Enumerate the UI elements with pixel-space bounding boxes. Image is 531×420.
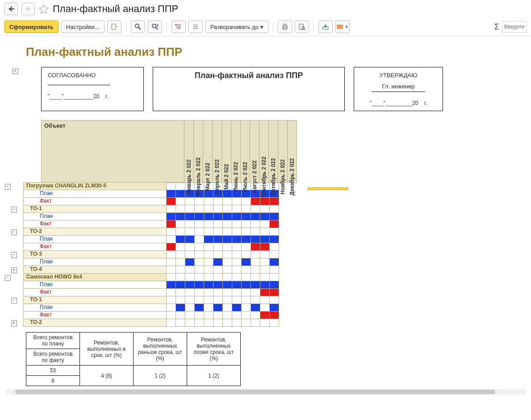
separator <box>126 21 126 32</box>
sub-row-label: ТО-4 <box>24 266 167 274</box>
expand-all-button[interactable] <box>171 21 186 33</box>
gantt-cell <box>185 304 195 312</box>
gantt-cell <box>242 312 251 319</box>
chevron-down-icon: ▾ <box>260 24 263 30</box>
forward-button[interactable] <box>21 3 35 15</box>
collapse-icon[interactable]: − <box>11 207 17 212</box>
generate-button[interactable]: Сформировать <box>4 21 59 33</box>
gantt-cell <box>167 251 176 258</box>
gantt-cell <box>167 296 176 304</box>
month-header: Июнь 2 022 <box>231 121 241 183</box>
gantt-cell <box>251 258 260 266</box>
gantt-cell <box>242 274 251 281</box>
gantt-cell <box>185 296 195 304</box>
back-button[interactable] <box>4 3 18 15</box>
gantt-cell <box>195 296 204 304</box>
collapse-all-button[interactable] <box>188 21 203 33</box>
gantt-cell <box>204 236 213 243</box>
gantt-cell <box>167 220 176 228</box>
gantt-cell <box>185 319 195 327</box>
gantt-cell <box>167 258 176 266</box>
month-header: Октябрь 2 022 <box>269 121 278 183</box>
fact-label: Факт <box>24 289 167 296</box>
gantt-cell <box>251 281 260 289</box>
gantt-cell <box>167 319 176 327</box>
send-button[interactable]: ▾ <box>335 21 350 33</box>
gantt-cell <box>251 296 260 304</box>
save-variant-button[interactable] <box>107 21 121 33</box>
gantt-cell <box>204 289 213 296</box>
approved-left-label: СОГЛАСОВАННО <box>48 72 137 79</box>
gantt-cell <box>270 312 279 319</box>
favorite-star-icon[interactable] <box>38 4 49 14</box>
settings-button[interactable]: Настройки... <box>61 21 105 33</box>
gantt-cell <box>204 198 213 205</box>
gantt-cell <box>260 296 270 304</box>
sub-row-label: ТО-3 <box>24 251 167 258</box>
separator <box>273 21 273 32</box>
gantt-cell <box>260 258 270 266</box>
summary-h4: Ремонтов, выполненных раньше срока, шт (… <box>134 333 187 366</box>
gantt-cell <box>270 296 279 304</box>
gantt-cell <box>251 198 260 205</box>
gantt-cell <box>242 198 251 205</box>
group-row-label: Самосвал HOWO 8x4 <box>24 274 167 281</box>
month-header: Январь 2 022 <box>184 121 194 183</box>
collapse-icon[interactable]: − <box>5 184 11 190</box>
gantt-cell <box>223 205 232 213</box>
gantt-cell <box>176 319 185 327</box>
search-input[interactable] <box>502 21 527 33</box>
summary-h3: Ремонтов, выполненных в срок, шт (%) <box>80 333 134 366</box>
gantt-cell <box>195 319 204 327</box>
gantt-cell <box>223 274 232 281</box>
collapse-icon[interactable]: − <box>11 252 17 258</box>
gantt-cell <box>242 304 251 312</box>
gantt-cell <box>232 205 242 213</box>
month-header: Декабрь 2 022 <box>288 121 297 183</box>
collapse-icon[interactable]: − <box>11 229 17 235</box>
gantt-cell <box>176 304 185 312</box>
gantt-cell <box>242 289 251 296</box>
gantt-cell <box>176 213 185 220</box>
expand-to-label: Разворачивать до <box>210 24 259 30</box>
month-header: Февраль 2 022 <box>194 121 203 183</box>
gantt-cell <box>213 220 223 228</box>
expand-to-button[interactable]: Разворачивать до▾ <box>205 21 268 33</box>
gantt-cell <box>185 312 195 319</box>
gantt-cell <box>223 236 232 243</box>
gantt-cell <box>204 213 213 220</box>
gantt-cell <box>223 220 232 228</box>
expand-icon[interactable]: + <box>13 68 18 74</box>
find-button[interactable] <box>131 21 145 33</box>
gantt-cell <box>242 266 251 274</box>
gantt-cell <box>232 228 242 236</box>
highlight-strip <box>308 187 348 190</box>
sum-icon[interactable]: Σ <box>494 22 499 32</box>
expand-icon[interactable]: + <box>11 320 17 326</box>
group-row-label: Погрузчик CHANGLIN ZLM30-5 <box>24 183 167 190</box>
toolbar: Сформировать Настройки... Разворачивать … <box>0 18 531 36</box>
gantt-cell <box>223 258 232 266</box>
gantt-cell <box>251 228 260 236</box>
horizontal-scrollbar[interactable] <box>4 389 527 395</box>
svg-rect-11 <box>175 24 176 25</box>
fact-label: Факт <box>24 198 167 205</box>
gantt-cell <box>251 312 260 319</box>
collapse-icon[interactable]: − <box>11 298 17 304</box>
save-button[interactable] <box>318 21 333 33</box>
scrollbar-thumb[interactable] <box>15 390 495 394</box>
gantt-cell <box>270 243 279 251</box>
gantt-cell <box>204 281 213 289</box>
preview-button[interactable] <box>295 21 309 33</box>
collapse-icon[interactable]: − <box>5 275 11 281</box>
sub-row-label: ТО-1 <box>24 205 167 213</box>
print-button[interactable] <box>278 21 292 33</box>
gantt-cell <box>204 274 213 281</box>
gantt-table: ОбъектЯнварь 2 022Февраль 2 022Март 2 02… <box>41 120 297 183</box>
summary-h5: Ремонтов, выполненных позже срока, шт (%… <box>187 333 241 366</box>
expand-icon[interactable]: + <box>11 267 17 273</box>
fact-label: Факт <box>24 220 167 228</box>
gantt-cell <box>204 190 213 198</box>
gantt-cell <box>260 213 270 220</box>
find-next-button[interactable] <box>148 21 162 33</box>
